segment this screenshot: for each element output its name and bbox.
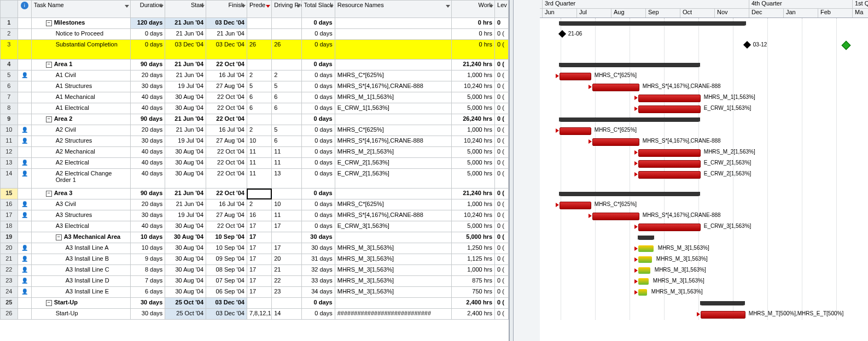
work-bar[interactable] <box>638 245 654 252</box>
task-bar[interactable] <box>560 127 591 135</box>
table-row[interactable]: 4−Area 190 days21 Jun '0422 Oct '040 day… <box>1 60 509 70</box>
table-row[interactable]: 11👤A2 Structures30 days19 Jul '0427 Aug … <box>1 136 509 147</box>
work-bar[interactable] <box>638 256 652 263</box>
chevron-down-icon[interactable] <box>296 5 300 8</box>
summary-bar[interactable] <box>560 21 745 26</box>
table-row[interactable]: 22👤A3 Install Line C8 days30 Aug '0408 S… <box>1 265 509 276</box>
summary-bar[interactable] <box>560 63 700 67</box>
collapse-icon[interactable]: − <box>46 191 52 197</box>
indicator-header[interactable]: i <box>18 1 31 18</box>
summary-bar[interactable] <box>560 192 700 196</box>
gantt-row: MHRS_M_3[1,563%] <box>540 265 868 276</box>
col-work[interactable]: Work <box>451 1 494 18</box>
task-bar[interactable] <box>592 84 639 91</box>
chevron-down-icon[interactable] <box>329 5 334 8</box>
filter-icon[interactable] <box>266 5 270 8</box>
table-row[interactable]: 10👤A2 Civil20 days21 Jun '0416 Jul '0425… <box>1 125 509 136</box>
table-row[interactable]: 24👤A3 Install Line E6 days30 Aug '0406 S… <box>1 287 509 298</box>
work-bar[interactable] <box>638 289 647 296</box>
col-finish[interactable]: Finish <box>206 1 247 18</box>
col-predecessors[interactable]: Prede <box>247 1 271 18</box>
table-row[interactable]: 8A1 Electrical40 days30 Aug '0422 Oct '0… <box>1 103 509 114</box>
task-name-text: A3 Electrical <box>56 222 89 229</box>
task-bar[interactable] <box>592 213 639 220</box>
table-row[interactable]: 23👤A3 Install Line D7 days30 Aug '0407 S… <box>1 276 509 287</box>
chevron-down-icon[interactable] <box>159 5 164 8</box>
task-bar[interactable] <box>638 95 701 102</box>
task-grid[interactable]: i Task Name Duration Start Finish Prede … <box>0 0 509 341</box>
work-bar[interactable] <box>638 267 650 274</box>
bar-label: E_CRW_2[1,563%] <box>704 160 752 166</box>
collapse-icon[interactable]: − <box>46 62 52 68</box>
table-row[interactable]: 3Substantial Completion0 days03 Dec '040… <box>1 40 509 60</box>
bar-label: MHRS_M_3[1,563%] <box>655 267 706 273</box>
col-duration[interactable]: Duration <box>130 1 165 18</box>
chevron-down-icon[interactable] <box>241 5 246 8</box>
summary-bar[interactable] <box>701 301 744 305</box>
link-arrow-icon <box>634 290 638 295</box>
chevron-down-icon[interactable] <box>200 5 205 8</box>
chevron-down-icon[interactable] <box>125 5 129 8</box>
task-bar[interactable] <box>638 224 701 231</box>
collapse-icon[interactable]: − <box>46 116 52 122</box>
table-row[interactable]: 12A2 Mechanical40 days30 Aug '0422 Oct '… <box>1 147 509 158</box>
task-name-text: A2 Mechanical <box>56 148 95 155</box>
table-row[interactable]: 20👤A3 Install Line A10 days30 Aug '0410 … <box>1 243 509 254</box>
work-bar[interactable] <box>638 278 649 285</box>
pane-splitter[interactable] <box>509 0 514 341</box>
collapse-icon[interactable]: − <box>46 20 52 26</box>
table-row[interactable]: 17👤A3 Structures30 days19 Jul '0427 Aug … <box>1 210 509 221</box>
task-bar[interactable] <box>560 202 591 209</box>
scroll-gutter <box>514 0 540 341</box>
task-name-text: A3 Install Line E <box>66 288 109 295</box>
summary-bar[interactable] <box>638 236 654 240</box>
bar-label: E_CRW_1[1,563%] <box>704 105 752 111</box>
table-row[interactable]: 16👤A3 Civil20 days21 Jun '0416 Jul '0421… <box>1 199 509 210</box>
table-row[interactable]: 5👤A1 Civil20 days21 Jun '0416 Jul '04220… <box>1 70 509 81</box>
bar-label: MHRS_M_T[500%],MHRS_E_T[500%] <box>749 310 843 316</box>
task-bar[interactable] <box>638 149 701 157</box>
summary-bar[interactable] <box>560 117 700 122</box>
overallocation-icon: 👤 <box>21 72 28 78</box>
task-bar[interactable] <box>638 171 701 179</box>
chevron-down-icon[interactable] <box>446 5 450 8</box>
table-row[interactable]: 15−Area 390 days21 Jun '0422 Oct '040 da… <box>1 189 509 199</box>
table-row[interactable]: 2Notice to Proceed0 days21 Jun '0421 Jun… <box>1 29 509 40</box>
table-row[interactable]: 19−A3 Mechanical Area10 days30 Aug '0410… <box>1 232 509 243</box>
table-row[interactable]: 1−Milestones120 days21 Jun '0403 Dec '04… <box>1 18 509 29</box>
milestone-marker[interactable] <box>743 41 751 49</box>
task-bar[interactable] <box>560 73 591 80</box>
col-leveling-delay[interactable]: Lev De <box>495 1 509 18</box>
table-row[interactable]: 13👤A2 Electrical40 days30 Aug '0422 Oct … <box>1 158 509 169</box>
table-row[interactable]: 6A1 Structures30 days19 Jul '0427 Aug '0… <box>1 81 509 92</box>
col-driving-pred[interactable]: Driving Pred <box>272 1 301 18</box>
overallocation-icon: 👤 <box>21 212 28 218</box>
task-bar[interactable] <box>638 105 701 113</box>
table-row[interactable]: 14👤A2 Electrical Change Order 140 days30… <box>1 169 509 189</box>
table-row[interactable]: 18A3 Electrical40 days30 Aug '0422 Oct '… <box>1 221 509 232</box>
table-row[interactable]: 25−Start-Up30 days25 Oct '0403 Dec '040 … <box>1 298 509 309</box>
col-resource-names[interactable]: Resource Names <box>335 1 451 18</box>
chevron-down-icon[interactable] <box>489 5 493 8</box>
table-row[interactable]: 21👤A3 Install Line B9 days30 Aug '0409 S… <box>1 254 509 265</box>
task-bar[interactable] <box>701 311 745 319</box>
gantt-row: MHRS_M_2[1,563%] <box>540 147 868 158</box>
table-row[interactable]: 9−Area 290 days21 Jun '0422 Oct '040 day… <box>1 114 509 125</box>
deadline-marker[interactable] <box>841 41 850 50</box>
table-row[interactable]: 7A1 Mechanical40 days30 Aug '0422 Oct '0… <box>1 92 509 103</box>
col-task-name[interactable]: Task Name <box>31 1 130 18</box>
overallocation-icon: 👤 <box>21 138 28 144</box>
month-label: Jul <box>577 9 611 17</box>
collapse-icon[interactable]: − <box>56 234 62 240</box>
milestone-marker[interactable] <box>558 30 566 38</box>
gantt-row <box>540 189 868 199</box>
col-total-slack[interactable]: Total Slack <box>301 1 335 18</box>
col-start[interactable]: Start <box>165 1 206 18</box>
table-row[interactable]: 26Start-Up30 days25 Oct '0403 Dec '047,8… <box>1 309 509 320</box>
gantt-chart[interactable]: 3rd QuarterJunJulAugSepOctNov4th Quarter… <box>540 0 868 341</box>
collapse-icon[interactable]: − <box>46 300 52 306</box>
bar-label: MHRS_M_3[1,563%] <box>651 289 703 295</box>
task-name-text: A3 Install Line B <box>66 255 109 262</box>
task-bar[interactable] <box>592 138 639 146</box>
task-bar[interactable] <box>638 160 701 168</box>
